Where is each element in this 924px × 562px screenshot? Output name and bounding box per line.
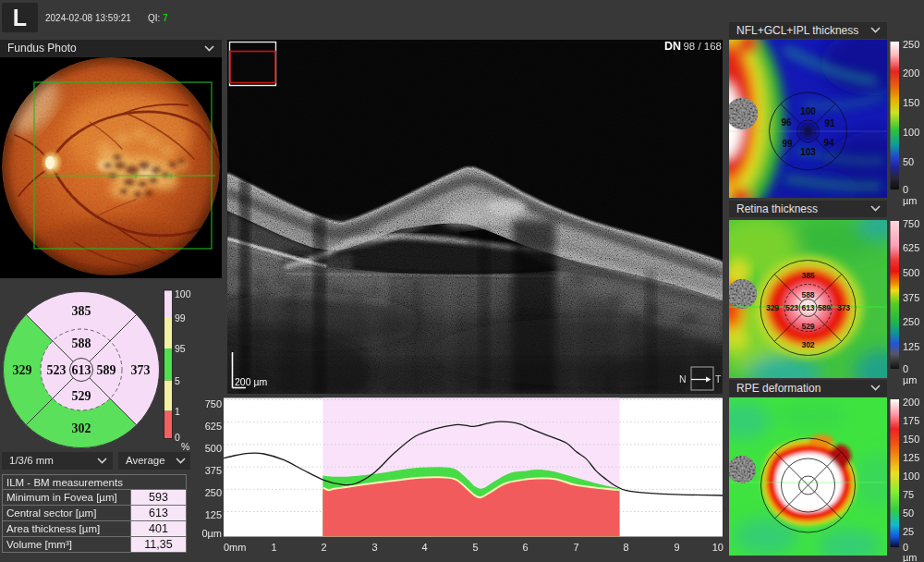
svg-text:302: 302 [72,422,91,435]
svg-text:75: 75 [903,489,914,500]
svg-text:385: 385 [72,304,91,318]
svg-text:373: 373 [131,363,151,377]
svg-text:100: 100 [903,127,919,138]
svg-text:200: 200 [903,397,919,408]
svg-text:375: 375 [903,292,919,303]
svg-text:25: 25 [903,526,914,537]
svg-text:200 µm: 200 µm [235,376,267,387]
svg-text:529: 529 [72,389,91,403]
svg-text:588: 588 [72,336,91,350]
svg-text:589: 589 [818,303,831,312]
svg-text:150: 150 [903,434,919,445]
svg-text:385: 385 [801,271,814,280]
svg-text:613: 613 [72,363,91,377]
svg-text:500: 500 [903,267,919,278]
svg-text:1: 1 [175,406,180,417]
svg-text:588: 588 [801,290,814,299]
svg-text:589: 589 [97,363,116,377]
svg-text:DN: DN [664,40,681,53]
svg-text:200: 200 [903,67,919,79]
svg-text:0: 0 [903,184,908,195]
svg-text:100: 100 [800,106,816,116]
svg-text:302: 302 [801,340,814,349]
svg-text:125: 125 [903,341,919,352]
svg-text:50: 50 [903,507,914,519]
svg-text:523: 523 [785,303,798,312]
svg-text:175: 175 [903,415,919,426]
svg-text:613: 613 [801,303,814,312]
svg-text:100: 100 [903,470,919,482]
svg-text:µm: µm [903,195,918,206]
svg-text:529: 529 [801,322,814,331]
svg-text:250: 250 [903,316,919,327]
svg-text:0: 0 [175,432,180,443]
svg-text:150: 150 [903,97,919,108]
svg-text:99: 99 [782,139,793,149]
svg-text:625: 625 [903,242,919,253]
svg-text:125: 125 [903,452,919,463]
svg-text:329: 329 [766,303,779,312]
svg-text:250: 250 [903,40,919,50]
svg-text:373: 373 [837,303,850,312]
svg-text:750: 750 [903,219,919,229]
svg-text:99: 99 [175,312,186,324]
svg-text:103: 103 [800,147,816,157]
svg-text:100: 100 [175,288,191,299]
svg-text:µm: µm [903,374,918,385]
svg-text:94: 94 [823,138,834,148]
svg-text:523: 523 [47,363,67,377]
svg-text:50: 50 [903,156,914,167]
svg-text:329: 329 [13,363,32,377]
svg-text:98 / 168: 98 / 168 [683,41,722,52]
svg-text:91: 91 [824,118,835,128]
svg-text:0: 0 [903,363,908,374]
svg-text:96: 96 [781,117,792,128]
svg-text:95: 95 [175,343,186,354]
svg-text:T: T [715,373,722,385]
svg-text:µm: µm [903,552,918,562]
svg-text:5: 5 [175,375,180,386]
svg-text:N: N [679,373,687,385]
